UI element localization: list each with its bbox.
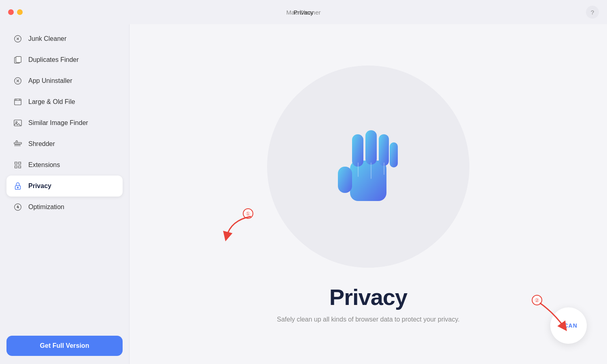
hero-circle (267, 66, 469, 268)
hand-illustration (324, 122, 413, 211)
svg-rect-2 (16, 57, 21, 63)
svg-point-9 (17, 187, 19, 188)
hero-title: Privacy (277, 284, 459, 310)
sidebar-item-label: Optimization (28, 203, 64, 211)
svg-rect-5 (14, 120, 21, 126)
close-button[interactable] (8, 9, 14, 15)
svg-rect-4 (15, 99, 21, 105)
sidebar-item-label: Junk Cleaner (28, 35, 66, 42)
sidebar-item-app-uninstaller[interactable]: App Uninstaller (6, 70, 123, 91)
sidebar-item-label: Duplicates Finder (28, 56, 79, 63)
traffic-lights (8, 9, 23, 15)
help-button[interactable]: ? (586, 6, 599, 19)
annotation-circle-2: ② (532, 295, 542, 305)
scan-button[interactable]: SCAN (550, 307, 587, 344)
sidebar-item-junk-cleaner[interactable]: Junk Cleaner (6, 28, 123, 49)
sidebar-item-label: Similar Image Finder (28, 119, 88, 127)
titlebar: Mac Cleaner Privacy ? (0, 0, 607, 24)
svg-rect-7 (14, 142, 21, 144)
junk-cleaner-icon (13, 34, 23, 44)
header-title: Privacy (293, 9, 313, 16)
hero-text-section: Privacy Safely clean up all kinds of bro… (277, 284, 459, 323)
svg-rect-12 (350, 161, 386, 201)
large-old-file-icon (13, 97, 23, 107)
optimization-icon (13, 202, 23, 212)
svg-rect-17 (390, 142, 398, 167)
similar-image-finder-icon (13, 118, 23, 128)
app-uninstaller-icon (13, 76, 23, 86)
sidebar-item-similar-image-finder[interactable]: Similar Image Finder (6, 112, 123, 133)
sidebar-item-extensions[interactable]: Extensions (6, 154, 123, 176)
sidebar-item-privacy[interactable]: Privacy (6, 176, 123, 197)
annotation-2: ② (532, 295, 542, 305)
svg-point-6 (16, 121, 17, 123)
sidebar-item-label: Shredder (28, 140, 55, 148)
shredder-icon (13, 139, 23, 149)
privacy-icon (13, 181, 23, 191)
sidebar-item-label: Privacy (28, 182, 51, 190)
svg-rect-16 (379, 134, 389, 166)
sidebar: Junk Cleaner Duplicates Finder App Unins… (0, 24, 129, 364)
extensions-icon (13, 160, 23, 170)
arrow-1 (223, 212, 255, 245)
svg-rect-13 (338, 167, 352, 193)
svg-rect-15 (365, 130, 377, 165)
main-container: Junk Cleaner Duplicates Finder App Unins… (0, 24, 607, 364)
annotation-circle-1: ① (243, 208, 253, 219)
sidebar-item-label: App Uninstaller (28, 77, 72, 85)
sidebar-item-label: Large & Old File (28, 98, 75, 106)
scan-button-container: SCAN (550, 307, 587, 344)
content-area: Privacy Safely clean up all kinds of bro… (129, 24, 607, 364)
svg-rect-14 (352, 134, 363, 167)
sidebar-item-large-old-file[interactable]: Large & Old File (6, 91, 123, 112)
get-full-version-button[interactable]: Get Full Version (6, 336, 123, 356)
minimize-button[interactable] (17, 9, 23, 15)
duplicates-finder-icon (13, 55, 23, 65)
sidebar-item-duplicates-finder[interactable]: Duplicates Finder (6, 49, 123, 70)
annotation-1: ① (243, 208, 253, 219)
sidebar-item-optimization[interactable]: Optimization (6, 197, 123, 218)
hero-subtitle: Safely clean up all kinds of browser dat… (277, 316, 459, 323)
sidebar-item-label: Extensions (28, 161, 60, 169)
sidebar-item-shredder[interactable]: Shredder (6, 133, 123, 154)
